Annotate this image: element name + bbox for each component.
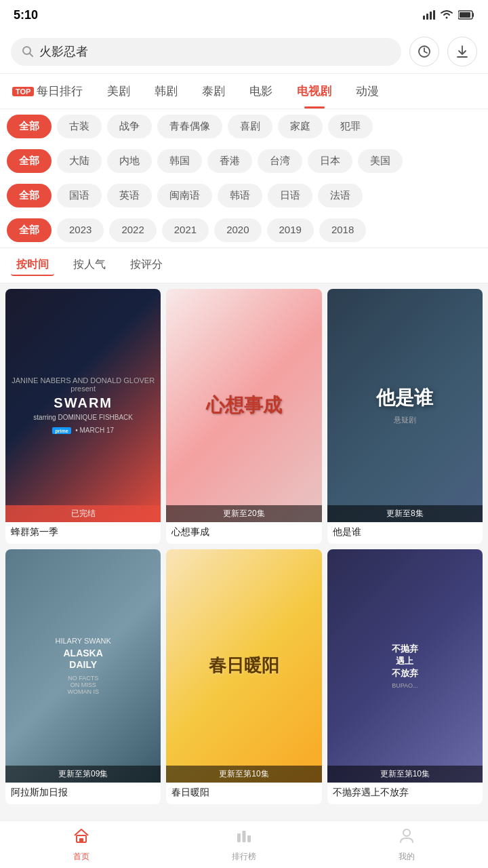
card-title-xinxiang: 心想事成 xyxy=(166,522,321,544)
tab-daily[interactable]: TOP 每日排行 xyxy=(0,74,95,108)
lang-minnanyu[interactable]: 闽南语 xyxy=(157,184,212,208)
svg-rect-17 xyxy=(237,833,241,842)
status-bar: 5:10 xyxy=(0,0,488,30)
svg-point-20 xyxy=(403,829,410,836)
svg-rect-19 xyxy=(247,835,251,842)
genre-zuian[interactable]: 犯罪 xyxy=(328,115,373,138)
year-2018[interactable]: 2018 xyxy=(319,218,366,242)
year-2020[interactable]: 2020 xyxy=(214,218,261,242)
region-hanguo[interactable]: 韩国 xyxy=(157,149,202,173)
genre-guzhuang[interactable]: 古装 xyxy=(57,115,102,138)
tab-tv[interactable]: 电视剧 xyxy=(285,74,344,108)
sort-row: 按时间 按人气 按评分 xyxy=(0,248,488,283)
bottom-nav-profile[interactable]: 我的 xyxy=(325,821,488,868)
card-poster-xinxiang: 心想事成 更新至20集 xyxy=(166,289,321,522)
genre-filter-row: 全部 古装 战争 青春偶像 喜剧 家庭 犯罪 xyxy=(0,109,488,144)
card-xinxiang[interactable]: 心想事成 更新至20集 心想事成 xyxy=(166,289,321,544)
year-all[interactable]: 全部 xyxy=(7,218,52,242)
svg-rect-2 xyxy=(430,12,432,20)
region-riben[interactable]: 日本 xyxy=(308,149,352,173)
bottom-nav-rank[interactable]: 排行榜 xyxy=(163,821,325,868)
lang-riyu[interactable]: 日语 xyxy=(268,184,312,208)
card-title-chunri: 春日暖阳 xyxy=(166,783,321,804)
genre-jiating[interactable]: 家庭 xyxy=(278,115,323,138)
card-badge-bupaobao: 更新至第10集 xyxy=(327,766,483,783)
content-grid: JANINE NABERS AND DONALD GLOVER present … xyxy=(0,283,488,810)
card-badge-chunri: 更新至第10集 xyxy=(166,766,321,783)
lang-guoyu[interactable]: 国语 xyxy=(57,184,102,208)
card-badge-swarm: 已完结 xyxy=(5,505,161,522)
signal-icon xyxy=(423,10,435,20)
lang-yingyu[interactable]: 英语 xyxy=(107,184,152,208)
rank-icon xyxy=(235,827,253,848)
sort-time[interactable]: 按时间 xyxy=(11,255,54,276)
svg-rect-18 xyxy=(243,831,246,842)
download-icon xyxy=(455,45,469,58)
card-bupaobao[interactable]: 不抛弃遇上不放弃 BUPAO... 更新至第10集 不抛弃遇上不放弃 xyxy=(327,549,483,804)
card-poster-chunri: 春日暖阳 更新至第10集 xyxy=(166,549,321,783)
card-alaska[interactable]: HILARY SWANK ALASKADAILY NO FACTSON MISS… xyxy=(5,549,161,804)
tab-th[interactable]: 泰剧 xyxy=(190,74,237,108)
nav-tabs: TOP 每日排行 美剧 韩剧 泰剧 电影 电视剧 动漫 xyxy=(0,74,488,109)
home-label: 首页 xyxy=(73,851,89,863)
card-badge-alaska: 更新至第09集 xyxy=(5,766,161,783)
region-xianggang[interactable]: 香港 xyxy=(207,149,252,173)
wifi-icon xyxy=(441,10,453,20)
tab-kr[interactable]: 韩剧 xyxy=(142,74,190,108)
svg-rect-16 xyxy=(79,838,83,842)
genre-zhanzheng[interactable]: 战争 xyxy=(107,115,152,138)
svg-rect-1 xyxy=(426,14,428,20)
tab-us[interactable]: 美剧 xyxy=(95,74,142,108)
lang-fayu[interactable]: 法语 xyxy=(318,184,363,208)
sort-popularity[interactable]: 按人气 xyxy=(68,255,111,276)
bottom-nav-home[interactable]: 首页 xyxy=(0,821,163,868)
year-2022[interactable]: 2022 xyxy=(109,218,156,242)
card-poster-bupaobao: 不抛弃遇上不放弃 BUPAO... 更新至第10集 xyxy=(327,549,483,783)
region-filter-row: 全部 大陆 内地 韩国 香港 台湾 日本 美国 xyxy=(0,144,488,178)
year-2023[interactable]: 2023 xyxy=(57,218,104,242)
tab-anime[interactable]: 动漫 xyxy=(344,74,391,108)
region-neidi[interactable]: 内地 xyxy=(107,149,152,173)
profile-label: 我的 xyxy=(399,851,415,863)
card-shishi[interactable]: 他是谁 悬疑剧 更新至8集 他是谁 xyxy=(327,289,483,544)
svg-rect-6 xyxy=(472,13,474,17)
battery-icon xyxy=(458,10,474,20)
language-filter-row: 全部 国语 英语 闽南语 韩语 日语 法语 xyxy=(0,178,488,213)
lang-all[interactable]: 全部 xyxy=(7,184,52,208)
filter-section: 全部 古装 战争 青春偶像 喜剧 家庭 犯罪 全部 大陆 内地 韩国 香港 台湾… xyxy=(0,109,488,248)
year-2019[interactable]: 2019 xyxy=(267,218,314,242)
status-time: 5:10 xyxy=(14,8,38,22)
search-input-wrap[interactable] xyxy=(11,38,401,66)
region-meiguo[interactable]: 美国 xyxy=(358,149,403,173)
year-2021[interactable]: 2021 xyxy=(162,218,209,242)
card-swarm[interactable]: JANINE NABERS AND DONALD GLOVER present … xyxy=(5,289,161,544)
sort-rating[interactable]: 按评分 xyxy=(125,255,168,276)
genre-qingchun[interactable]: 青春偶像 xyxy=(157,115,222,138)
card-badge-shishi: 更新至8集 xyxy=(327,505,483,522)
region-all[interactable]: 全部 xyxy=(7,149,52,173)
card-chunri[interactable]: 春日暖阳 更新至第10集 春日暖阳 xyxy=(166,549,321,804)
svg-rect-7 xyxy=(460,12,470,18)
bottom-nav: 首页 排行榜 我的 xyxy=(0,821,488,868)
card-title-bupaobao: 不抛弃遇上不放弃 xyxy=(327,783,483,804)
svg-text:prime: prime xyxy=(56,429,68,434)
history-button[interactable] xyxy=(409,37,439,66)
card-poster-shishi: 他是谁 悬疑剧 更新至8集 xyxy=(327,289,483,522)
region-dalu[interactable]: 大陆 xyxy=(57,149,102,173)
tab-movie[interactable]: 电影 xyxy=(237,74,285,108)
card-title-alaska: 阿拉斯加日报 xyxy=(5,783,161,804)
genre-all[interactable]: 全部 xyxy=(7,115,52,138)
download-button[interactable] xyxy=(447,37,477,66)
profile-icon xyxy=(398,827,415,848)
search-input[interactable] xyxy=(39,45,390,59)
card-poster-swarm: JANINE NABERS AND DONALD GLOVER present … xyxy=(5,289,161,522)
year-filter-row: 全部 2023 2022 2021 2020 2019 2018 xyxy=(0,213,488,248)
home-icon xyxy=(73,827,90,848)
top-badge: TOP xyxy=(12,87,34,96)
search-icon xyxy=(22,45,34,58)
status-icons xyxy=(423,10,474,20)
genre-xiju[interactable]: 喜剧 xyxy=(228,115,272,138)
content-area: JANINE NABERS AND DONALD GLOVER present … xyxy=(0,283,488,861)
lang-hanyu[interactable]: 韩语 xyxy=(218,184,262,208)
region-taiwan[interactable]: 台湾 xyxy=(258,149,302,173)
